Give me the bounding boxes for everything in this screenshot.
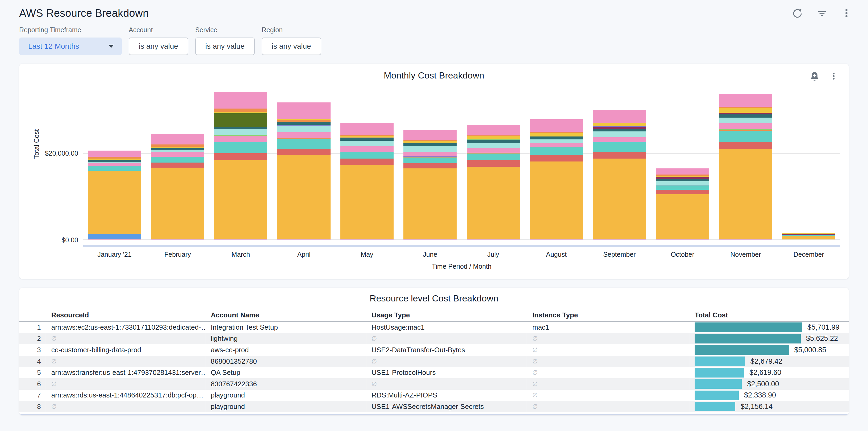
bar-segment-pink[interactable] xyxy=(151,152,204,157)
stacked-bar[interactable] xyxy=(656,168,709,240)
bar-segment-pink[interactable] xyxy=(593,110,646,122)
bar-segment-magenta[interactable] xyxy=(719,239,772,240)
bar-segment-darkteal[interactable] xyxy=(214,127,267,129)
column-header-Usage Type[interactable]: Usage Type xyxy=(366,309,527,321)
bar-segment-lightcyan[interactable] xyxy=(593,131,646,137)
bar-segment-maroon[interactable] xyxy=(656,177,709,179)
bar-segment-lightcyan[interactable] xyxy=(151,150,204,152)
stacked-bar[interactable] xyxy=(467,125,520,240)
bar-segment-lightcyan[interactable] xyxy=(403,146,457,151)
bar-segment-darkteal[interactable] xyxy=(88,160,141,162)
column-header-Total Cost[interactable]: Total Cost xyxy=(689,309,849,321)
bar-segment-amber[interactable] xyxy=(467,167,520,239)
timeframe-select[interactable]: Last 12 Months xyxy=(19,37,122,55)
bar-segment-darkteal[interactable] xyxy=(403,143,457,146)
bar-segment-pink[interactable] xyxy=(593,137,646,142)
bar-segment-pink[interactable] xyxy=(467,148,520,153)
stacked-bar[interactable] xyxy=(214,92,267,240)
bar-segment-orange[interactable] xyxy=(151,145,204,147)
bar-segment-amber[interactable] xyxy=(782,236,835,240)
bar-segment-amber[interactable] xyxy=(214,160,267,239)
bar-segment-orange[interactable] xyxy=(277,120,331,122)
column-header-Account Name[interactable]: Account Name xyxy=(205,309,366,321)
bar-segment-darkteal[interactable] xyxy=(719,114,772,117)
region-filter-button[interactable]: is any value xyxy=(262,37,321,55)
stacked-bar[interactable] xyxy=(782,233,835,240)
bar-segment-pink[interactable] xyxy=(277,102,331,119)
bar-segment-pink[interactable] xyxy=(403,130,457,140)
stacked-bar[interactable] xyxy=(593,110,646,240)
bar-segment-teal[interactable] xyxy=(403,157,457,163)
bar-segment-amber[interactable] xyxy=(151,167,204,239)
bar-segment-red[interactable] xyxy=(151,162,204,167)
chart-horizontal-scrollbar[interactable] xyxy=(83,245,840,247)
bar-segment-teal[interactable] xyxy=(719,131,772,142)
bar-segment-yellow[interactable] xyxy=(530,133,583,136)
bar-segment-red[interactable] xyxy=(214,153,267,160)
stacked-bar[interactable] xyxy=(719,94,772,240)
bar-segment-pink[interactable] xyxy=(214,92,267,109)
bar-segment-lightcyan[interactable] xyxy=(656,181,709,184)
bar-segment-pink[interactable] xyxy=(656,168,709,175)
bar-segment-lightcyan[interactable] xyxy=(719,118,772,123)
bar-segment-pink[interactable] xyxy=(88,151,141,157)
bar-segment-magenta[interactable] xyxy=(340,239,394,240)
bar-segment-magenta[interactable] xyxy=(277,239,331,240)
filter-icon[interactable] xyxy=(816,7,828,19)
bar-segment-orange[interactable] xyxy=(88,157,141,159)
bar-segment-pink[interactable] xyxy=(88,163,141,166)
bar-segment-magenta[interactable] xyxy=(530,239,583,240)
bar-segment-teal[interactable] xyxy=(593,142,646,152)
bar-segment-yellow[interactable] xyxy=(467,136,520,139)
bar-segment-darkteal[interactable] xyxy=(467,140,520,143)
bar-segment-pink[interactable] xyxy=(277,132,331,138)
bar-segment-pink[interactable] xyxy=(467,125,520,135)
bar-segment-red[interactable] xyxy=(530,155,583,161)
bar-segment-teal[interactable] xyxy=(214,142,267,153)
bar-segment-darkteal[interactable] xyxy=(593,129,646,132)
service-filter-button[interactable]: is any value xyxy=(195,37,255,55)
bar-segment-amber[interactable] xyxy=(88,171,141,234)
bar-segment-teal[interactable] xyxy=(340,152,394,158)
bar-segment-pink[interactable] xyxy=(340,146,394,152)
bar-segment-yellow[interactable] xyxy=(403,141,457,143)
stacked-bar[interactable] xyxy=(340,123,394,240)
more-vert-icon[interactable] xyxy=(840,7,852,19)
bar-segment-magenta[interactable] xyxy=(403,239,457,240)
bar-segment-blue[interactable] xyxy=(88,234,141,239)
bar-segment-amber[interactable] xyxy=(277,155,331,239)
bar-segment-pink[interactable] xyxy=(403,152,457,157)
bar-segment-orange[interactable] xyxy=(214,109,267,112)
account-filter-button[interactable]: is any value xyxy=(129,37,188,55)
bar-segment-pink[interactable] xyxy=(530,143,583,147)
bar-segment-lightcyan[interactable] xyxy=(340,141,394,146)
bar-segment-red[interactable] xyxy=(719,142,772,149)
bar-segment-amber[interactable] xyxy=(403,168,457,239)
bar-segment-teal[interactable] xyxy=(530,147,583,155)
bar-segment-maroon[interactable] xyxy=(593,127,646,129)
bar-segment-darkteal[interactable] xyxy=(656,179,709,181)
bar-segment-lightcyan[interactable] xyxy=(214,129,267,135)
bar-segment-red[interactable] xyxy=(277,149,331,155)
bar-segment-red[interactable] xyxy=(656,190,709,194)
bar-segment-teal[interactable] xyxy=(656,185,709,189)
bar-segment-teal[interactable] xyxy=(88,166,141,171)
column-header-Instance Type[interactable]: Instance Type xyxy=(527,309,689,321)
stacked-bar[interactable] xyxy=(277,102,331,240)
stacked-bar[interactable] xyxy=(403,130,457,240)
bar-segment-darkteal[interactable] xyxy=(530,136,583,140)
bar-segment-pink[interactable] xyxy=(214,136,267,142)
bar-segment-pink[interactable] xyxy=(151,134,204,145)
bar-segment-darkteal[interactable] xyxy=(340,138,394,141)
refresh-icon[interactable] xyxy=(792,7,804,19)
bar-segment-pink[interactable] xyxy=(719,123,772,129)
bar-segment-yellow[interactable] xyxy=(593,123,646,126)
bar-segment-amber[interactable] xyxy=(593,159,646,239)
column-header-row-number[interactable] xyxy=(19,309,46,321)
bar-segment-magenta[interactable] xyxy=(656,239,709,240)
bar-segment-lightcyan[interactable] xyxy=(530,140,583,143)
bar-segment-red[interactable] xyxy=(340,159,394,165)
column-header-ResourceId[interactable]: ResourceId xyxy=(46,309,205,321)
bar-segment-amber[interactable] xyxy=(656,194,709,240)
more-vert-icon[interactable] xyxy=(828,70,840,82)
